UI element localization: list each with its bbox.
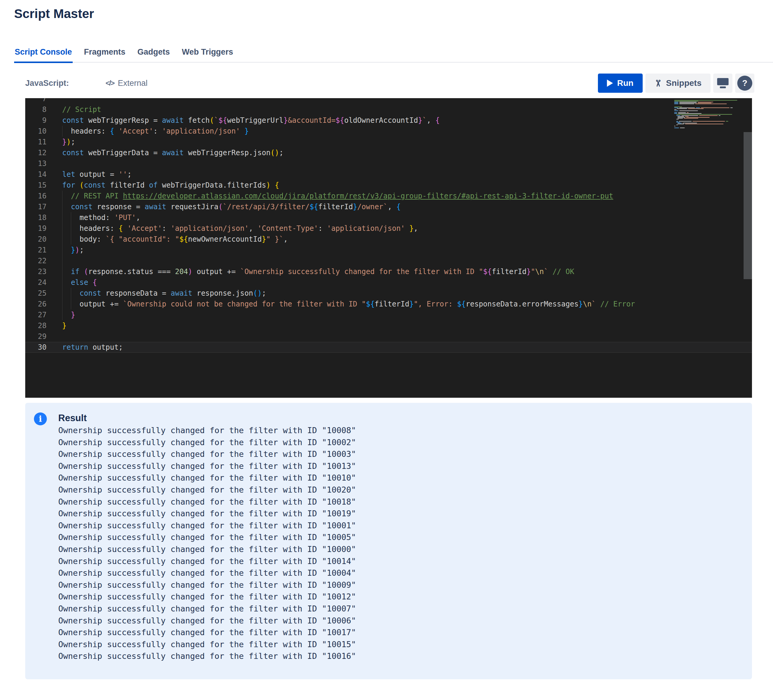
line-number: 11 [25,136,46,147]
page-title: Script Master [14,7,94,21]
code-line-17: 17 const response = await requestJira(`/… [25,201,752,212]
line-number: 16 [25,191,46,201]
question-mark-icon: ? [737,76,752,90]
result-line: Ownership successfully changed for the f… [58,615,356,627]
code-line-7: 7 [25,98,752,104]
code-line-13: 13 [25,158,752,169]
result-line: Ownership successfully changed for the f… [58,626,356,638]
code-icon: </> [106,79,114,87]
monitor-icon [717,78,729,88]
line-number: 24 [25,277,46,288]
language-label: JavaScript: [25,79,69,88]
code-line-29: 29 [25,331,752,342]
result-heading: Result [58,413,87,424]
editor-scrollbar[interactable] [743,132,752,279]
run-button-label: Run [617,78,633,88]
tab-script-console[interactable]: Script Console [14,48,73,63]
line-number: 19 [25,223,46,234]
result-line: Ownership successfully changed for the f… [58,496,356,508]
line-number: 29 [25,331,46,342]
code-line-16: 16 // REST API https://developer.atlassi… [25,191,752,201]
line-number: 10 [25,126,46,136]
result-line: Ownership successfully changed for the f… [58,650,356,662]
result-output: Ownership successfully changed for the f… [58,424,356,662]
line-number: 18 [25,212,46,223]
code-line-21: 21 }); [25,245,752,255]
code-line-9: 9const webTriggerResp = await fetch(`${w… [25,115,752,126]
code-line-11: 11}); [25,136,752,147]
minimap-line [674,127,743,128]
snippets-button-label: Snippets [666,78,702,88]
line-number: 22 [25,255,46,266]
result-line: Ownership successfully changed for the f… [58,555,356,567]
line-number: 12 [25,147,46,158]
result-line: Ownership successfully changed for the f… [58,579,356,591]
result-line: Ownership successfully changed for the f… [58,519,356,532]
line-number: 15 [25,180,46,191]
external-link[interactable]: </> External [106,79,148,88]
line-number: 9 [25,115,46,126]
result-line: Ownership successfully changed for the f… [58,437,356,449]
code-line-19: 19 headers: { 'Accept': 'application/jso… [25,223,752,234]
result-line: Ownership successfully changed for the f… [58,448,356,460]
info-icon: i [34,412,47,426]
line-number: 17 [25,201,46,212]
code-line-24: 24 else { [25,277,752,288]
line-number: 23 [25,266,46,277]
line-number: 20 [25,234,46,245]
scissors-icon: ✂ [653,79,663,87]
snippets-button[interactable]: ✂ Snippets [645,74,711,93]
result-line: Ownership successfully changed for the f… [58,460,356,472]
run-button[interactable]: Run [598,74,643,93]
code-line-30: 30return output; [25,342,752,353]
line-number: 26 [25,299,46,309]
code-line-12: 12const webTriggerData = await webTrigge… [25,147,752,158]
code-line-10: 10 headers: { 'Accept': 'application/jso… [25,126,752,136]
result-line: Ownership successfully changed for the f… [58,638,356,651]
play-icon [607,80,613,87]
result-panel: i Result Ownership successfully changed … [25,403,752,679]
line-number: 28 [25,320,46,331]
code-line-14: 14let output = ''; [25,169,752,180]
code-line-23: 23 if (response.status === 204) output +… [25,266,752,277]
code-line-25: 25 const responseData = await response.j… [25,288,752,299]
code-line-28: 28} [25,320,752,331]
tab-bar: Script ConsoleFragmentsGadgetsWeb Trigge… [14,48,773,63]
result-line: Ownership successfully changed for the f… [58,472,356,484]
minimap[interactable] [674,100,743,128]
line-number: 25 [25,288,46,299]
code-line-27: 27 } [25,309,752,320]
line-number: 21 [25,245,46,255]
toolbar-actions: Run ✂ Snippets ? [598,74,754,93]
tab-gadgets[interactable]: Gadgets [137,48,171,63]
code-line-22: 22 [25,255,752,266]
code-line-18: 18 method: 'PUT', [25,212,752,223]
line-number: 13 [25,158,46,169]
tab-web-triggers[interactable]: Web Triggers [181,48,234,63]
external-link-label: External [118,79,148,88]
line-number: 27 [25,309,46,320]
result-line: Ownership successfully changed for the f… [58,567,356,579]
result-line: Ownership successfully changed for the f… [58,591,356,603]
code-line-8: 8// Script [25,104,752,115]
code-editor[interactable]: 78// Script9const webTriggerResp = await… [25,98,752,398]
code-line-15: 15for (const filterId of webTriggerData.… [25,180,752,191]
line-number: 30 [25,342,46,353]
tab-fragments[interactable]: Fragments [84,48,126,63]
toolbar: JavaScript: </> External Run ✂ Snippets … [25,73,754,93]
result-line: Ownership successfully changed for the f… [58,603,356,615]
result-line: Ownership successfully changed for the f… [58,543,356,555]
line-number: 7 [25,98,46,104]
result-line: Ownership successfully changed for the f… [58,508,356,519]
result-line: Ownership successfully changed for the f… [58,424,356,437]
code-lines: 78// Script9const webTriggerResp = await… [25,98,752,353]
result-line: Ownership successfully changed for the f… [58,484,356,496]
code-line-26: 26 output += `Ownership could not be cha… [25,299,752,309]
line-number: 8 [25,104,46,115]
result-line: Ownership successfully changed for the f… [58,531,356,543]
help-button[interactable]: ? [735,74,754,93]
line-number: 14 [25,169,46,180]
code-line-20: 20 body: `{ "accountId": "${newOwnerAcco… [25,234,752,245]
fullscreen-button[interactable] [713,74,732,93]
